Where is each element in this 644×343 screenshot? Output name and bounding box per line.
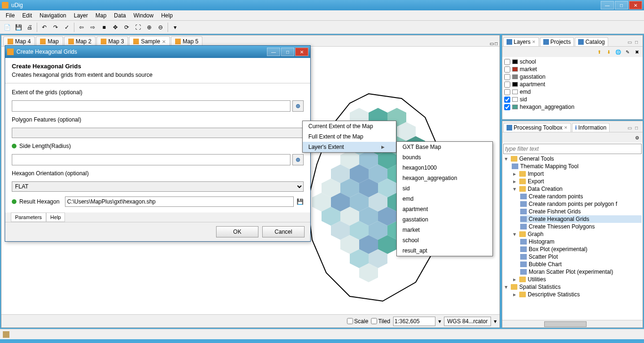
menu-data[interactable]: Data xyxy=(110,11,129,20)
tab-sample[interactable]: Sample✕ xyxy=(129,36,170,46)
tree-item[interactable]: Bubble Chart xyxy=(520,261,642,268)
layer-row[interactable]: gasstation xyxy=(503,73,642,81)
submenu-item[interactable]: GXT Base Map xyxy=(397,142,492,152)
layer-checkbox[interactable] xyxy=(504,59,510,65)
layer-checkbox[interactable] xyxy=(504,74,510,80)
menu-layers-extent[interactable]: Layer's Extent xyxy=(303,142,396,152)
maximize-view-icon[interactable]: □ xyxy=(495,41,498,46)
layer-row[interactable]: market xyxy=(503,65,642,73)
tool-back[interactable]: ⇦ xyxy=(76,22,87,33)
submenu-item[interactable]: hexagon_aggregation xyxy=(397,173,492,183)
tool-zoom-out[interactable]: ⊖ xyxy=(155,22,166,33)
layer-checkbox[interactable] xyxy=(504,66,510,73)
dialog-tab-help[interactable]: Help xyxy=(46,212,65,222)
crs-display[interactable]: WGS 84...rcator xyxy=(444,317,491,326)
tree-item[interactable]: Thematic Mapping Tool xyxy=(512,163,642,170)
tree-item[interactable]: Create Thiessen Polygons xyxy=(520,223,642,230)
filter-input[interactable] xyxy=(503,144,642,154)
minimize-button[interactable]: — xyxy=(601,1,614,9)
tree-folder[interactable]: ▾General Tools xyxy=(503,155,642,163)
menu-layer[interactable]: Layer xyxy=(70,11,92,20)
submenu-item[interactable]: school xyxy=(397,235,492,245)
extent-input[interactable] xyxy=(12,100,290,112)
tab-catalog[interactable]: Catalog xyxy=(575,37,608,46)
tab-map[interactable]: Map xyxy=(36,36,63,46)
menu-edit[interactable]: Edit xyxy=(18,11,36,20)
layer-row[interactable]: sid xyxy=(503,96,642,103)
close-icon[interactable]: ✕ xyxy=(162,39,166,44)
close-button[interactable]: ✕ xyxy=(629,1,642,9)
tool-stop[interactable]: ■ xyxy=(99,22,109,33)
save-path-button[interactable]: 💾 xyxy=(297,198,304,205)
edit-icon[interactable]: ✎ xyxy=(624,48,631,56)
tree-item[interactable]: Create Fishnet Grids xyxy=(520,208,642,215)
menu-navigation[interactable]: Navigation xyxy=(36,11,70,20)
tiled-checkbox[interactable]: Tiled xyxy=(371,318,390,325)
menu-current-extent[interactable]: Current Extent of the Map xyxy=(303,121,396,131)
tool-print[interactable]: 🖨 xyxy=(24,22,35,33)
layer-row[interactable]: apartment xyxy=(503,81,642,88)
delete-icon[interactable]: ✖ xyxy=(633,48,641,56)
submenu-item[interactable]: gasstation xyxy=(397,214,492,225)
extent-picker-button[interactable]: ⊚ xyxy=(292,100,304,112)
tab-toolbox[interactable]: Processing Toolbox✕ xyxy=(503,123,571,132)
tree-item[interactable]: Moran Scatter Plot (experimental) xyxy=(520,268,642,276)
tool-save[interactable]: 💾 xyxy=(13,22,24,33)
tab-layers[interactable]: Layers✕ xyxy=(503,37,539,46)
scale-dropdown-icon[interactable]: ▾ xyxy=(438,318,441,325)
maximize-button[interactable]: □ xyxy=(615,1,628,9)
side-length-input[interactable] xyxy=(12,154,290,165)
close-icon[interactable]: ✕ xyxy=(532,40,536,44)
tree-item[interactable]: Create random points per polygon f xyxy=(520,200,642,208)
orientation-select[interactable]: FLAT xyxy=(12,181,304,192)
layer-row[interactable]: school xyxy=(503,58,642,65)
tool-forward[interactable]: ⇨ xyxy=(88,22,98,33)
up-arrow-icon[interactable]: ⬆ xyxy=(596,48,603,56)
dialog-close-button[interactable]: ✕ xyxy=(295,48,308,56)
layer-row[interactable]: hexagon_aggregation xyxy=(503,103,642,111)
layer-checkbox[interactable] xyxy=(504,104,510,110)
tab-map3[interactable]: Map 3 xyxy=(97,36,128,46)
tab-map5[interactable]: Map 5 xyxy=(171,36,202,46)
scale-input[interactable] xyxy=(393,317,435,326)
tree-folder[interactable]: ▸Import xyxy=(512,170,642,178)
tab-map4[interactable]: Map 4 xyxy=(3,36,35,46)
tree-item[interactable]: Box Plot (experimental) xyxy=(520,245,642,253)
crs-dropdown-icon[interactable]: ▾ xyxy=(494,318,497,325)
globe-icon[interactable]: 🌐 xyxy=(614,48,622,56)
gear-icon[interactable]: ⚙ xyxy=(633,134,641,141)
tool-extra[interactable]: ▾ xyxy=(170,22,180,33)
menu-map[interactable]: Map xyxy=(92,11,110,20)
submenu-item[interactable]: hexagon1000 xyxy=(397,163,492,173)
submenu-item[interactable]: market xyxy=(397,225,492,235)
tree-folder[interactable]: ▸Utilities xyxy=(512,276,642,283)
layer-checkbox[interactable] xyxy=(504,82,510,88)
tool-commit[interactable]: ✓ xyxy=(62,22,72,33)
dialog-maximize-button[interactable]: □ xyxy=(281,48,294,56)
tree-folder[interactable]: ▸Descriptive Statistics xyxy=(512,291,642,298)
minimize-panel-icon[interactable]: ▭ xyxy=(628,125,634,132)
tool-zoom-extent[interactable]: ⛶ xyxy=(133,22,143,33)
tab-map2[interactable]: Map 2 xyxy=(64,36,96,46)
tree-folder[interactable]: ▾Data Creation xyxy=(512,185,642,193)
tool-undo[interactable]: ↶ xyxy=(39,22,49,33)
maximize-panel-icon[interactable]: □ xyxy=(635,40,642,46)
minimize-panel-icon[interactable]: ▭ xyxy=(628,40,634,46)
tree-item[interactable]: Histogram xyxy=(520,238,642,245)
cancel-button[interactable]: Cancel xyxy=(262,226,305,237)
tree-folder[interactable]: ▾Graph xyxy=(512,230,642,238)
submenu-item[interactable]: sid xyxy=(397,183,492,194)
maximize-panel-icon[interactable]: □ xyxy=(635,125,642,132)
scale-checkbox[interactable]: Scale xyxy=(347,318,368,325)
tree-item[interactable]: Create random points xyxy=(520,193,642,200)
dialog-titlebar[interactable]: Create Hexagonal Grids — □ ✕ xyxy=(5,46,310,58)
menu-help[interactable]: Help xyxy=(157,11,177,20)
down-arrow-icon[interactable]: ⬇ xyxy=(605,48,612,56)
polygon-input[interactable] xyxy=(12,128,304,138)
tab-projects[interactable]: Projects xyxy=(540,37,574,46)
menu-window[interactable]: Window xyxy=(129,11,157,20)
menu-full-extent[interactable]: Full Extent of the Map xyxy=(303,131,396,142)
tool-redo[interactable]: ↷ xyxy=(50,22,61,33)
tree-item[interactable]: Scatter Plot xyxy=(520,253,642,261)
tool-refresh[interactable]: ⟳ xyxy=(121,22,132,33)
